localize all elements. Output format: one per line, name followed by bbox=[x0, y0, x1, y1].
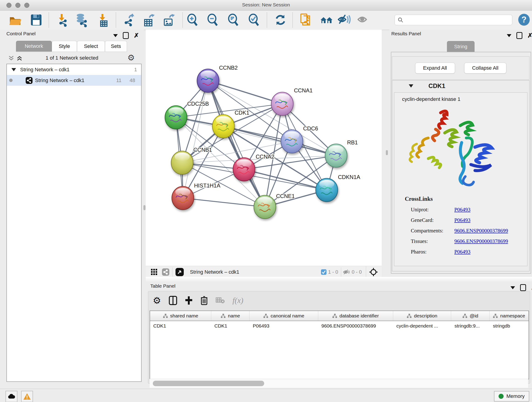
network-options-gear-icon[interactable]: ⚙ bbox=[127, 54, 135, 62]
crosslink-label: Pharos: bbox=[411, 249, 454, 255]
table-cell[interactable]: CDK1 bbox=[211, 321, 250, 331]
save-session-icon[interactable] bbox=[29, 13, 44, 27]
column-header-namespace[interactable]: namespace bbox=[490, 311, 529, 321]
table-cell[interactable]: 9606.ENSP00000378699 bbox=[318, 321, 393, 331]
first-neighbors-icon[interactable] bbox=[319, 13, 334, 27]
edge-HIST1H1A-CCNE1[interactable] bbox=[183, 198, 265, 207]
panel-menu-icon[interactable] bbox=[113, 34, 118, 37]
gene-collapse-icon[interactable] bbox=[409, 84, 413, 88]
node-CCNA2[interactable] bbox=[233, 158, 255, 181]
column-header-database-identifier[interactable]: database identifier bbox=[318, 311, 393, 321]
zoom-out-icon[interactable] bbox=[205, 13, 220, 27]
float-panel-icon[interactable] bbox=[123, 32, 129, 39]
edge-CCNB2-CCNA1[interactable] bbox=[208, 81, 282, 104]
apply-layout-icon[interactable] bbox=[273, 13, 288, 27]
right-splitter-handle[interactable] bbox=[386, 150, 388, 155]
selected-nodes-checkbox-icon[interactable] bbox=[321, 269, 327, 275]
table-row[interactable]: CDK1CDK1P064939606.ENSP00000378699cyclin… bbox=[150, 321, 529, 331]
tab-network[interactable]: Network bbox=[16, 41, 52, 51]
table-settings-icon[interactable]: ⚙ bbox=[153, 296, 161, 305]
crosslink-link[interactable]: P06493 bbox=[454, 217, 470, 223]
help-button[interactable]: ? bbox=[518, 14, 530, 26]
table-cell[interactable]: cyclin-dependent ... bbox=[393, 321, 451, 331]
node-CCNE1[interactable] bbox=[254, 195, 276, 219]
network-collection-row[interactable]: String Network – cdk1 1 bbox=[7, 64, 141, 75]
gene-card: CDK1 cyclin-dependent kinase 1 bbox=[392, 80, 530, 271]
crosslinks-list: Uniprot: P06493GeneCard: P06493Compartme… bbox=[394, 207, 527, 255]
hide-selected-icon[interactable] bbox=[337, 13, 351, 27]
delete-column-icon[interactable] bbox=[201, 296, 208, 305]
grid-view-icon[interactable] bbox=[151, 269, 158, 275]
network-row[interactable]: String Network – cdk1 11 48 bbox=[7, 75, 141, 86]
main-toolbar: ? bbox=[0, 11, 532, 30]
node-CDK1[interactable] bbox=[212, 115, 234, 138]
zoom-in-icon[interactable] bbox=[185, 13, 200, 27]
network-from-selection-icon[interactable] bbox=[299, 13, 313, 27]
show-all-icon[interactable] bbox=[356, 13, 371, 27]
table-cell[interactable]: stringdb:9... bbox=[451, 321, 490, 331]
node-HIST1H1A[interactable] bbox=[172, 186, 194, 210]
node-table[interactable]: shared name name canonical name database… bbox=[150, 311, 529, 379]
hidden-elements-icon[interactable] bbox=[342, 269, 350, 275]
import-table-file-icon[interactable] bbox=[95, 13, 110, 27]
export-image-icon[interactable] bbox=[162, 13, 177, 27]
search-input[interactable] bbox=[404, 17, 505, 23]
import-network-file-icon[interactable] bbox=[55, 13, 70, 27]
node-CCNB2[interactable] bbox=[197, 69, 219, 92]
zoom-fit-icon[interactable] bbox=[226, 13, 241, 27]
search-field[interactable] bbox=[394, 15, 512, 25]
node-label-CCNA1: CCNA1 bbox=[294, 87, 312, 94]
scrollbar-thumb[interactable] bbox=[153, 381, 264, 386]
node-CCNA1[interactable] bbox=[271, 92, 293, 115]
tab-select[interactable]: Select bbox=[77, 41, 105, 51]
zoom-selected-icon[interactable] bbox=[247, 13, 261, 27]
column-header-description[interactable]: description bbox=[393, 311, 451, 321]
tab-style[interactable]: Style bbox=[52, 41, 77, 51]
table-float-panel-icon[interactable] bbox=[520, 284, 526, 291]
open-session-icon[interactable] bbox=[8, 13, 23, 27]
column-header-shared-name[interactable]: shared name bbox=[150, 311, 211, 321]
show-columns-icon[interactable] bbox=[169, 296, 177, 305]
crosslink-link[interactable]: 9606.ENSP00000378699 bbox=[454, 238, 508, 244]
birds-eye-view-icon[interactable] bbox=[175, 268, 184, 276]
function-builder-icon: f(x) bbox=[233, 296, 243, 305]
collapse-all-button[interactable]: Collapse All bbox=[464, 63, 507, 74]
close-panel-icon[interactable]: ✗ bbox=[134, 32, 139, 39]
expand-all-button[interactable]: Expand All bbox=[415, 63, 455, 74]
cloud-status-button[interactable] bbox=[6, 391, 17, 402]
table-cell[interactable]: P06493 bbox=[249, 321, 318, 331]
column-header-name[interactable]: name bbox=[211, 311, 250, 321]
node-RB1[interactable] bbox=[325, 144, 347, 167]
export-network-icon[interactable] bbox=[122, 13, 137, 27]
crosslink-link[interactable]: P06493 bbox=[454, 207, 470, 213]
add-column-icon[interactable] bbox=[185, 296, 193, 305]
crosslink-link[interactable]: 9606.ENSP00000378699 bbox=[454, 228, 508, 234]
export-table-icon[interactable] bbox=[142, 13, 156, 27]
tab-sets[interactable]: Sets bbox=[105, 41, 127, 51]
node-CDC6[interactable] bbox=[281, 130, 303, 153]
network-canvas[interactable]: CCNB2CCNA1CDC25BCDK1CDC6RB1CCNB1CCNA2CDK… bbox=[146, 30, 382, 266]
results-panel-menu-icon[interactable] bbox=[507, 34, 511, 37]
left-splitter-handle[interactable] bbox=[143, 205, 146, 210]
crosslink-link[interactable]: P06493 bbox=[454, 249, 470, 255]
memory-button[interactable]: Memory bbox=[494, 391, 529, 402]
node-CDC25B[interactable] bbox=[165, 106, 187, 129]
table-horizontal-scrollbar[interactable] bbox=[150, 379, 528, 388]
collection-expander-icon[interactable] bbox=[12, 68, 16, 71]
network-view-icon[interactable] bbox=[162, 268, 170, 276]
node-CCNB1[interactable] bbox=[171, 151, 193, 174]
fit-selected-crosshair-icon[interactable] bbox=[369, 268, 378, 277]
column-header-canonical-name[interactable]: canonical name bbox=[249, 311, 318, 321]
import-network-database-icon[interactable] bbox=[74, 13, 89, 27]
results-close-panel-icon[interactable]: ✗ bbox=[527, 32, 532, 39]
network-selection-status: 1 of 1 Network selected bbox=[0, 55, 144, 61]
table-cell[interactable]: CDK1 bbox=[150, 321, 211, 331]
column-header--id[interactable]: @id bbox=[451, 311, 490, 321]
node-CDKN1A[interactable] bbox=[316, 178, 338, 202]
table-panel-menu-icon[interactable] bbox=[510, 286, 515, 289]
table-close-panel-icon[interactable]: ✗ bbox=[531, 285, 532, 291]
tab-string[interactable]: String bbox=[447, 41, 474, 52]
table-cell[interactable]: stringdb bbox=[490, 321, 529, 331]
results-float-panel-icon[interactable] bbox=[516, 32, 522, 39]
warning-button[interactable] bbox=[21, 391, 33, 402]
